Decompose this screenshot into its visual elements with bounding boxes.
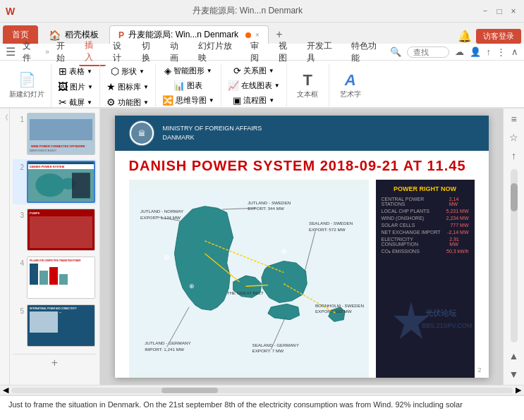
online-chart-button[interactable]: 📈 在线图表 ▼ [224,78,284,93]
tab-close-icon[interactable]: × [255,31,260,39]
smart-dropdown-icon: ▼ [207,68,212,74]
slide-image-5: INTERNATIONAL POWER AND CONNECTIVITY ••• [27,304,95,347]
share-icon[interactable]: ↑ [487,47,492,57]
relation-button[interactable]: ⟳ 关系图 ▼ [230,63,278,78]
cloud-icon[interactable]: ☁ [455,47,464,57]
screenshot-icon: ✂ [59,97,67,108]
menu-review[interactable]: 审阅 [245,39,272,66]
slide-thumb-4[interactable]: 4 PILLARS FOR COMPETITIVE TRANSITION POW… [13,255,97,300]
add-slide-button[interactable]: + [13,354,97,371]
screenshot-dropdown-icon: ▼ [87,99,92,106]
right-tool-3[interactable]: ↑ [506,148,522,163]
svg-text:SEALAND - GERMANY: SEALAND - GERMANY [252,342,299,347]
menu-slideshow[interactable]: 幻灯片放映 [193,39,243,66]
power-row-2: WIND (ONSHORE) 2,234 MW [382,216,469,221]
power-row-1: LOCAL CHP PLANTS 5,231 MW [382,209,469,214]
new-slide-button[interactable]: 📄 新建幻灯片 [6,63,48,107]
menu-design[interactable]: 设计 [107,39,134,66]
slide-thumb-3[interactable]: 3 PUMPS [13,207,97,252]
menu-insert[interactable]: 插入 [79,38,106,66]
notification-icon[interactable]: 🔔 [458,30,472,43]
slide-body: DANISH POWER SYSTEM 2018-09-21 AT 11.45 [115,151,489,378]
mindmap-button[interactable]: 🔀 思维导图 ▼ [159,93,218,108]
horizontal-scrollbar-track[interactable] [11,388,513,393]
menu-animation[interactable]: 动画 [164,39,191,66]
slide-panel: 1 WIND POWER CONNECTED OFFSHORE DANISH E… [10,109,100,385]
menu-special[interactable]: 特色功能 [346,39,389,66]
table-button[interactable]: ⊞ 表格 ▼ [55,63,96,79]
scroll-left-button[interactable]: ◀ [3,385,8,395]
menu-view[interactable]: 视图 [273,39,300,66]
power-row-4: NET EXCHANGE IMPORT -2,14 MW [382,230,469,235]
screenshot-button[interactable]: ✂ 截屏 ▼ [55,94,96,109]
restore-button[interactable]: □ [494,6,504,16]
svg-point-1 [35,173,64,197]
flow-button[interactable]: ▣ 流程图 ▼ [229,93,278,108]
slide3-content-mini [30,216,92,248]
map-container: JUTLAND - NORWAY EXPORT: 1,124 MW JUTLAN… [129,180,475,378]
panel-toggle[interactable]: 《 [0,109,10,385]
slide1-subtitle: DANISH ENERGY AGENCY [30,149,92,152]
vertical-scrollbar-thumb[interactable] [511,183,518,211]
menu-icon[interactable]: ☰ [6,45,16,58]
shape-button[interactable]: ⬡ 形状 ▼ [107,63,148,79]
title-bar: W 丹麦能源局: Win...n Denmark － □ × [0,0,524,23]
horizontal-scrollbar-thumb[interactable] [162,388,218,393]
search-icon: 🔍 [390,47,401,57]
power-panel-title: POWER RIGHT NOW [382,185,469,192]
user-icon[interactable]: 👤 [470,47,481,57]
right-tool-2[interactable]: ☆ [506,130,522,145]
slide5-content-mini: ••• [30,311,92,333]
svg-text:🏛: 🏛 [138,130,145,137]
power-row-0: CENTRAL POWER STATIONS 2,14 MW [382,197,469,206]
svg-text:JUTLAND - NORWAY: JUTLAND - NORWAY [140,209,184,214]
smart-button[interactable]: ◈ 智能图形 ▼ [161,63,216,78]
slide2-map-mini [28,169,94,202]
scroll-up-button[interactable]: ▲ [506,348,522,364]
function-button[interactable]: ⚙ 功能图 ▼ [103,94,152,109]
denmark-map: JUTLAND - NORWAY EXPORT: 1,124 MW JUTLAN… [129,180,369,378]
search-input[interactable] [407,47,449,58]
collapse-icon[interactable]: ∧ [511,47,518,57]
scroll-right-button[interactable]: ▶ [516,385,521,395]
menu-start[interactable]: 开始 [51,39,78,66]
chart-button[interactable]: 📊 图表 [170,78,206,93]
icon-lib-button[interactable]: ★ 图标库 ▼ [103,79,152,94]
menu-devtools[interactable]: 开发工具 [301,39,344,66]
scroll-down-button[interactable]: ▼ [506,366,522,382]
mindmap-dropdown-icon: ▼ [209,97,214,104]
image-button[interactable]: 🖼 图片 ▼ [54,79,97,94]
textbox-button[interactable]: T 文本框 [290,63,325,107]
relation-icon: ⟳ [233,66,241,76]
slide-image-2: DANISH POWER SYSTEM [27,161,95,203]
toolbar-group-new-slide: 📄 新建幻灯片 [3,63,51,107]
menu-transition[interactable]: 切换 [136,39,163,66]
vertical-scrollbar-track[interactable] [511,169,518,342]
slide-image-1: WIND POWER CONNECTED OFFSHORE DANISH ENE… [27,113,95,155]
content-area: 🏛 MINISTRY OF FOREIGN AFFAIRS DANMARK DA… [100,109,503,385]
slide-page-number: 2 [477,366,481,373]
svg-text:⊕: ⊕ [164,253,170,261]
slide-image-3: PUMPS [27,209,95,251]
svg-text:EXPORT: 7 MW: EXPORT: 7 MW [252,348,284,353]
relation-dropdown-icon: ▼ [269,68,274,74]
slide-thumb-5[interactable]: 5 INTERNATIONAL POWER AND CONNECTIVITY •… [13,303,97,348]
mindmap-icon: 🔀 [162,95,173,106]
slide-thumb-2[interactable]: 2 DANISH POWER SYSTEM [13,159,97,204]
slide4-title-mini: PILLARS FOR COMPETITIVE TRANSITION POWER [30,259,92,262]
minimize-button[interactable]: － [480,6,490,16]
table-dropdown-icon: ▼ [87,68,92,75]
ribbon-menu: ☰ 文件 » 开始 插入 设计 切换 动画 幻灯片放映 审阅 视图 开发工具 特… [0,44,524,61]
art-text-button[interactable]: A 艺术字 [333,63,368,107]
menu-file[interactable]: 文件 [17,39,44,66]
visitor-login-button[interactable]: 访客登录 [476,29,521,44]
toolbar-group-shapes: ⬡ 形状 ▼ ★ 图标库 ▼ ⚙ 功能图 ▼ [100,63,156,107]
toggle-arrow-icon: 《 [1,113,8,123]
more-icon[interactable]: ⋮ [496,47,506,57]
close-button[interactable]: × [508,6,518,16]
function-icon: ⚙ [106,97,116,108]
textbox-icon: T [303,71,312,89]
right-tool-1[interactable]: ≡ [506,111,522,127]
slide-thumb-1[interactable]: 1 WIND POWER CONNECTED OFFSHORE DANISH E… [13,111,97,156]
toolbar-group-table: ⊞ 表格 ▼ 🖼 图片 ▼ ✂ 截屏 ▼ [51,63,100,107]
